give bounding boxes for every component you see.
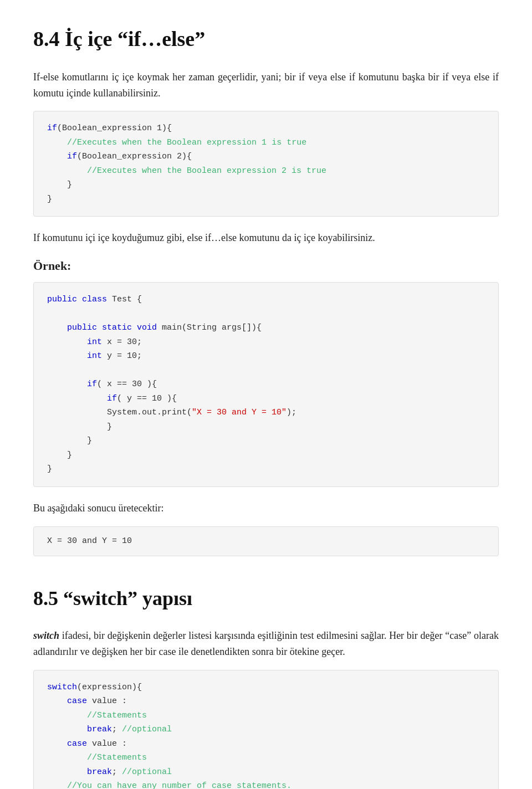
output-intro: Bu aşağıdaki sonucu üretecektir: [33,500,499,516]
section-84-description: If komutunu içi içe koyduğumuz gibi, els… [33,230,499,246]
example-label: Örnek: [33,256,499,275]
section-85-intro: switch ifadesi, bir değişkenin değerler … [33,628,499,660]
section-84-title: 8.4 İç içe “if…else” [33,22,499,56]
switch-keyword: switch [33,630,59,641]
output-block: X = 30 and Y = 10 [33,526,499,556]
section-84-intro: If-else komutlarını iç içe koymak her za… [33,69,499,101]
code-block-1: if(Boolean_expression 1){ //Executes whe… [33,111,499,217]
code-block-2: public class Test { public static void m… [33,282,499,487]
section-85-title: 8.5 “switch” yapısı [33,583,499,615]
code-block-3: switch(expression){ case value : //State… [33,670,499,789]
section-85-intro-text: ifadesi, bir değişkenin değerler listesi… [33,630,499,657]
